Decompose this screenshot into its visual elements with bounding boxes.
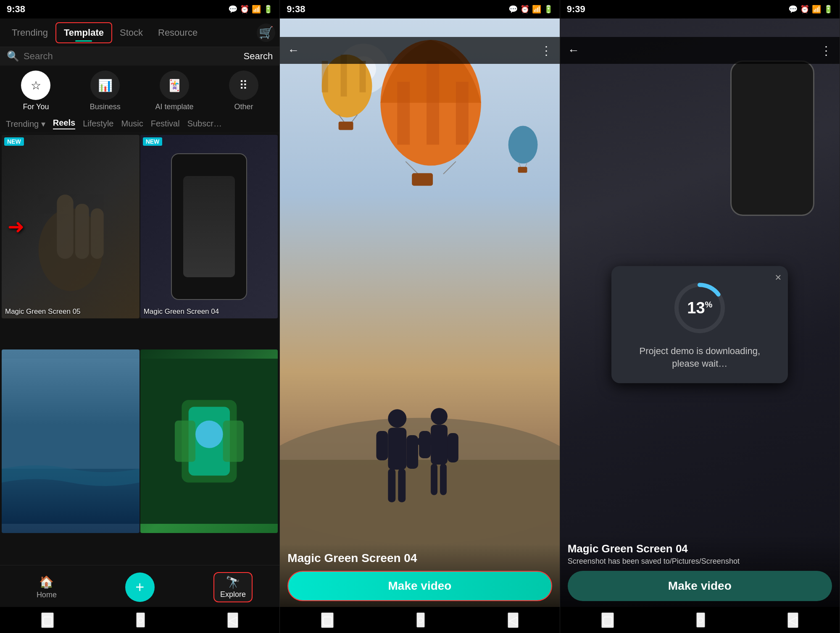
make-video-button-3[interactable]: Make video: [568, 571, 832, 601]
svg-rect-36: [388, 428, 407, 470]
modal-close-button[interactable]: ×: [775, 271, 781, 284]
thumb-label-1: Magic Green Screen 05: [5, 307, 81, 316]
explore-label: Explore: [220, 590, 246, 599]
category-for-you[interactable]: ☆ For You: [3, 71, 68, 111]
svg-rect-4: [2, 359, 140, 469]
more-button-2[interactable]: ⋮: [540, 44, 552, 58]
add-button[interactable]: +: [125, 573, 155, 602]
video-bottom-overlay: Magic Green Screen 04 Make video: [280, 544, 559, 607]
filter-row: Trending ▾ Reels Lifestyle Music Festiva…: [0, 115, 279, 133]
alarm-icon-2: ⏰: [520, 5, 529, 14]
svg-point-41: [431, 408, 448, 425]
svg-point-11: [195, 420, 223, 448]
svg-rect-10: [223, 420, 243, 462]
download-message: Project demo is downloading, please wait…: [625, 345, 774, 371]
more-button-3[interactable]: ⋮: [820, 44, 832, 58]
sys-back-1[interactable]: ◁: [227, 612, 238, 628]
back-button-2[interactable]: ←: [287, 44, 299, 57]
sys-circle-3[interactable]: ○: [696, 612, 705, 628]
business-icon: 📊: [90, 71, 120, 100]
tab-bar: Trending Template Stock Resource 🛒: [0, 18, 279, 47]
sys-square-2[interactable]: ▢: [321, 612, 334, 628]
sys-nav-2: ▢ ○ ◁: [280, 607, 559, 633]
nav-add[interactable]: +: [93, 573, 187, 602]
explore-box[interactable]: 🔭 Explore: [213, 572, 253, 602]
other-label: Other: [234, 102, 253, 111]
plus-icon: +: [135, 580, 144, 595]
thumbnail-1[interactable]: NEW ➜ Magic Green Screen 05: [2, 135, 140, 318]
video-header-3: ← ⋮: [560, 37, 840, 64]
tab-trending[interactable]: Trending: [4, 23, 55, 42]
filter-music[interactable]: Music: [121, 119, 143, 129]
thumbnail-3[interactable]: [2, 349, 140, 533]
sys-back-2[interactable]: ◁: [508, 612, 519, 628]
status-icons-2: 💬 ⏰ 📶 🔋: [508, 5, 553, 14]
tab-resource[interactable]: Resource: [150, 23, 205, 42]
svg-rect-34: [518, 167, 527, 173]
sys-square-3[interactable]: ▢: [601, 612, 614, 628]
tab-template[interactable]: Template: [55, 22, 112, 43]
explore-icon: 🔭: [226, 575, 240, 589]
svg-rect-45: [431, 464, 437, 495]
thumbnail-grid: NEW ➜ Magic Green Screen 05 NEW Magic Gr…: [0, 133, 279, 565]
sys-circle-1[interactable]: ○: [136, 612, 145, 628]
svg-line-21: [406, 161, 419, 174]
status-time-3: 9:39: [567, 4, 585, 15]
tab-stock[interactable]: Stock: [112, 23, 150, 42]
svg-rect-23: [412, 173, 433, 186]
whatsapp-icon: 💬: [228, 5, 237, 14]
filter-lifestyle[interactable]: Lifestyle: [83, 119, 113, 129]
svg-rect-1: [57, 194, 73, 259]
video-area-3: ← ⋮ × 13% Project demo is downloading, p…: [560, 18, 840, 607]
svg-rect-2: [75, 204, 89, 259]
video-title-2: Magic Green Screen 04: [287, 552, 552, 565]
cart-icon[interactable]: 🛒: [257, 24, 275, 42]
status-time-1: 9:38: [7, 4, 25, 15]
svg-rect-39: [388, 469, 396, 502]
search-input[interactable]: [24, 51, 240, 62]
svg-rect-9: [175, 420, 195, 462]
signal-icon-2: 📶: [532, 5, 541, 14]
screenshot-message: Screenshot has been saved to/Pictures/Sc…: [568, 557, 832, 566]
nav-home[interactable]: 🏠 Home: [0, 575, 93, 599]
svg-rect-46: [440, 464, 447, 495]
new-badge-1: NEW: [4, 137, 24, 146]
svg-rect-42: [431, 425, 448, 465]
thumbnail-4[interactable]: [140, 349, 278, 533]
filter-subscr[interactable]: Subscr…: [187, 119, 222, 129]
filter-trending[interactable]: Trending ▾: [6, 119, 45, 129]
thumbnail-2[interactable]: NEW Magic Green Screen 04: [140, 135, 278, 318]
make-video-button-2[interactable]: Make video: [287, 571, 552, 601]
panel-template: 9:38 💬 ⏰ 📶 🔋 Trending Template Stock Res…: [0, 0, 280, 633]
category-ai-template[interactable]: 🃏 AI template: [142, 71, 207, 111]
category-other[interactable]: ⠿ Other: [211, 71, 276, 111]
home-icon: 🏠: [39, 575, 54, 589]
video-header: ← ⋮: [280, 37, 559, 64]
for-you-label: For You: [23, 102, 49, 111]
status-time-2: 9:38: [287, 4, 305, 15]
nav-explore[interactable]: 🔭 Explore: [187, 572, 280, 602]
filter-festival[interactable]: Festival: [151, 119, 180, 129]
panel-downloading: 9:39 💬 ⏰ 📶 🔋 ← ⋮ ×: [560, 0, 840, 633]
video-area: ← ⋮ Magic Green Screen 04 Make video: [280, 18, 559, 607]
category-business[interactable]: 📊 Business: [73, 71, 138, 111]
sys-square-1[interactable]: ▢: [41, 612, 54, 628]
phone-mockup-bg: [730, 60, 814, 216]
search-button[interactable]: Search: [244, 51, 273, 62]
sys-back-3[interactable]: ◁: [787, 612, 798, 628]
alarm-icon: ⏰: [240, 5, 249, 14]
svg-point-35: [388, 409, 407, 428]
back-button-3[interactable]: ←: [568, 44, 579, 57]
filter-reels[interactable]: Reels: [53, 118, 75, 129]
battery-icon-2: 🔋: [544, 5, 553, 14]
sys-circle-2[interactable]: ○: [416, 612, 425, 628]
progress-text: 13%: [687, 299, 712, 317]
svg-rect-18: [398, 82, 410, 145]
categories-row: ☆ For You 📊 Business 🃏 AI template ⠿ Oth…: [0, 66, 279, 115]
ai-template-label: AI template: [155, 102, 194, 111]
search-icon: 🔍: [7, 50, 19, 62]
signal-icon-3: 📶: [812, 5, 821, 14]
for-you-icon: ☆: [21, 71, 50, 100]
video-title-3: Magic Green Screen 04: [568, 542, 832, 555]
ai-template-icon: 🃏: [160, 71, 189, 100]
